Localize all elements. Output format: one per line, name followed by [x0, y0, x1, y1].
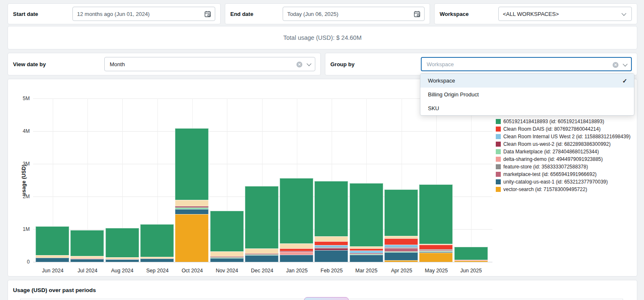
bar-segment[interactable]	[210, 257, 244, 258]
gradient-tab[interactable]	[304, 297, 349, 300]
chevron-down-icon	[307, 61, 311, 66]
menu-item-sku[interactable]: SKU	[420, 101, 634, 115]
bar-segment[interactable]	[175, 207, 209, 209]
bar-segment[interactable]	[175, 200, 209, 206]
calendar-icon[interactable]	[204, 10, 211, 19]
start-date-input[interactable]: 12 months ago (Jun 01, 2024)	[72, 7, 215, 21]
bar-segment[interactable]	[280, 251, 313, 252]
bar-segment[interactable]	[70, 256, 104, 258]
bar-segment[interactable]	[245, 186, 278, 248]
bar-segment[interactable]	[350, 183, 383, 246]
legend-swatch	[496, 149, 501, 154]
bar-segment[interactable]	[314, 248, 348, 250]
bar-segment[interactable]	[350, 254, 383, 255]
bar-segment[interactable]	[70, 258, 104, 259]
chevron-down-icon	[621, 11, 626, 16]
bar-segment[interactable]	[36, 226, 69, 255]
bar-segment[interactable]	[245, 254, 278, 255]
bar-segment[interactable]	[419, 253, 453, 262]
bar-segment[interactable]	[384, 252, 418, 260]
bar-segment[interactable]	[245, 253, 278, 254]
bar-segment[interactable]	[314, 181, 348, 236]
bar-segment[interactable]	[454, 247, 488, 260]
group-by-combobox[interactable]: Workspace ✕	[421, 57, 632, 71]
clear-circle-icon[interactable]: ✕	[296, 62, 302, 67]
legend-item[interactable]: Clean Room Internal US West 2 (id: 11588…	[496, 133, 631, 140]
legend-item[interactable]: Data Marketplace (id: 2784048680125344)	[496, 148, 631, 155]
bar-segment[interactable]	[350, 251, 383, 253]
bar-segment[interactable]	[140, 224, 174, 257]
bar-segment[interactable]	[106, 257, 139, 259]
bar-segment[interactable]	[419, 245, 453, 249]
bar-segment[interactable]	[350, 255, 383, 262]
legend-item[interactable]: delta-sharing-demo (id: 4944979091923885…	[496, 155, 631, 163]
bar-segment[interactable]	[210, 211, 244, 251]
bar-segment[interactable]	[175, 214, 209, 262]
bar-segment[interactable]	[350, 248, 383, 251]
bar-segment[interactable]	[70, 230, 104, 256]
bar-segment[interactable]	[384, 248, 418, 251]
bar-segment[interactable]	[384, 245, 418, 247]
bar-segment[interactable]	[314, 241, 348, 245]
bar-segment[interactable]	[384, 260, 418, 262]
bar-segment[interactable]	[36, 258, 69, 262]
bar-segment[interactable]	[384, 251, 418, 252]
bar-segment[interactable]	[106, 259, 139, 259]
bar-segment[interactable]	[210, 258, 244, 262]
bar-segment[interactable]	[280, 248, 313, 251]
bar-segment[interactable]	[419, 252, 453, 253]
bar-segment[interactable]	[36, 255, 69, 258]
legend-item[interactable]: unity-catalog-us-east-1 (id: 65321237797…	[496, 178, 631, 186]
clear-circle-icon[interactable]: ✕	[613, 62, 618, 68]
bar-segment[interactable]	[245, 255, 278, 262]
bar-segment[interactable]	[350, 246, 383, 248]
bar-segment[interactable]	[280, 255, 313, 262]
bar-segment[interactable]	[106, 228, 139, 257]
bar-segment[interactable]	[175, 206, 209, 207]
y-tick-label: 4M	[11, 128, 30, 134]
legend-item[interactable]: marketplace-test (id: 6565941991966692)	[496, 171, 631, 178]
x-tick-label: Jan 2025	[279, 268, 314, 274]
bar-segment[interactable]	[175, 209, 209, 214]
bar-segment[interactable]	[106, 259, 139, 262]
bar-segment[interactable]	[384, 189, 418, 236]
bar-segment[interactable]	[419, 251, 453, 252]
end-date-value: Today (Jun 06, 2025)	[287, 11, 338, 17]
bar-segment[interactable]	[314, 247, 348, 248]
bar-segment[interactable]	[384, 247, 418, 248]
bar-segment[interactable]	[314, 236, 348, 241]
legend-item[interactable]: Clean Room DAIS (id: 8076927860044214)	[496, 125, 631, 133]
bar-segment[interactable]	[419, 184, 453, 244]
bar-segment[interactable]	[280, 243, 313, 248]
legend-item[interactable]: feature-store (id: 3583333072588378)	[496, 163, 631, 171]
bar-segment[interactable]	[454, 261, 488, 262]
bar-segment[interactable]	[454, 260, 488, 261]
bar-segment[interactable]	[419, 250, 453, 251]
menu-item-billing-origin-product[interactable]: Billing Origin Product	[420, 88, 634, 101]
bar-segment[interactable]	[210, 256, 244, 257]
calendar-icon[interactable]	[414, 10, 420, 19]
bar-segment[interactable]	[350, 253, 383, 254]
end-date-input[interactable]: Today (Jun 06, 2025)	[283, 7, 425, 21]
legend-item[interactable]: 6051921418418893 (id: 6051921418418893)	[496, 118, 631, 125]
bar-segment[interactable]	[384, 236, 418, 238]
bar-segment[interactable]	[210, 251, 244, 256]
legend-item[interactable]: vector-search (id: 715783009495722)	[496, 186, 631, 193]
bar-segment[interactable]	[70, 259, 104, 262]
bar-segment[interactable]	[314, 245, 348, 247]
bar-segment[interactable]	[245, 248, 278, 253]
bar-segment[interactable]	[280, 252, 313, 255]
view-date-by-combobox[interactable]: Month ✕	[104, 57, 315, 71]
bar-segment[interactable]	[175, 128, 209, 200]
bar-segment[interactable]	[419, 244, 453, 245]
legend-item[interactable]: Clean Room us-west-2 (id: 68228983863009…	[496, 140, 631, 148]
workspace-select[interactable]: <ALL WORKSPACES>	[498, 7, 632, 21]
bar-segment[interactable]	[140, 257, 174, 259]
menu-item-label: SKU	[428, 105, 439, 111]
bar-segment[interactable]	[419, 249, 453, 250]
menu-item-workspace[interactable]: Workspace✓	[420, 74, 634, 88]
bar-segment[interactable]	[140, 259, 174, 262]
bar-segment[interactable]	[384, 238, 418, 245]
bar-segment[interactable]	[280, 178, 313, 243]
bar-segment[interactable]	[314, 250, 348, 262]
